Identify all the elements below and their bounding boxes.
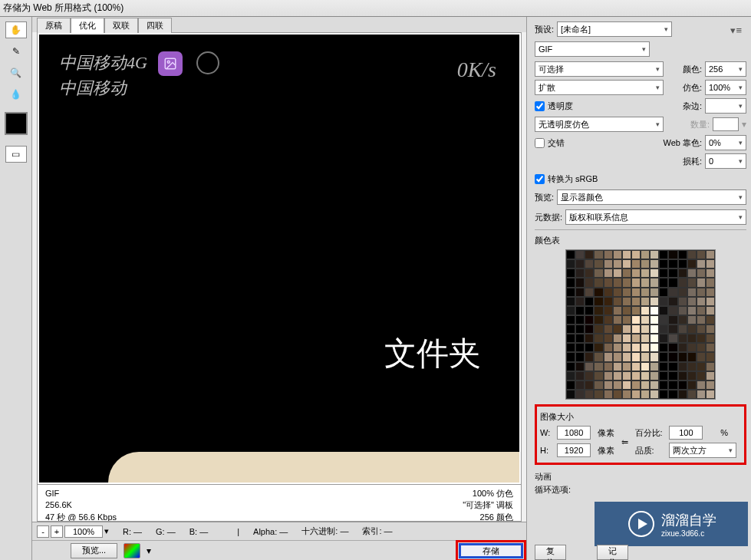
palette-select[interactable]: 可选择 bbox=[535, 61, 664, 77]
readout-hex: 十六进制: — bbox=[301, 525, 348, 537]
stat-time: 47 秒 @ 56.6 Kbps bbox=[45, 512, 117, 522]
dither-amount[interactable]: 100% bbox=[705, 80, 746, 95]
matte-select[interactable] bbox=[705, 98, 746, 114]
readout-b: B: — bbox=[189, 527, 208, 536]
preview-button[interactable]: 预览... bbox=[71, 543, 117, 558]
tab-2up[interactable]: 双联 bbox=[104, 18, 138, 33]
lossy-select[interactable]: 0 bbox=[705, 153, 746, 169]
preview-canvas[interactable]: 中国移动4G 中国移动 0K/s 文件夹 bbox=[39, 35, 519, 483]
chevron-down-icon[interactable]: ▾ bbox=[147, 545, 151, 556]
preset-select[interactable]: [未命名] bbox=[557, 21, 672, 37]
color-table-label: 颜色表 bbox=[535, 235, 746, 246]
interlace-checkbox[interactable] bbox=[535, 138, 545, 148]
dither-method-select[interactable]: 扩散 bbox=[535, 80, 664, 95]
gallery-icon bbox=[158, 51, 183, 76]
width-input[interactable] bbox=[557, 426, 591, 440]
foreground-color[interactable] bbox=[5, 112, 28, 135]
trans-dither-select[interactable]: 无透明度仿色 bbox=[535, 117, 664, 132]
watermark-logo: 溜溜自学 zixue.3d66.c bbox=[595, 502, 748, 546]
readout-g: G: — bbox=[156, 527, 176, 536]
image-size-section: 图像大小 W: 像素 ⥢ 百分比: % H: 像素 品质: 两次立方 bbox=[535, 404, 746, 465]
readout-index: 索引: — bbox=[362, 525, 392, 537]
tool-palette: ✋ ✎ 🔍 💧 ▭ bbox=[0, 17, 32, 560]
srgb-checkbox[interactable] bbox=[535, 174, 545, 184]
carrier-line-1: 中国移动4G bbox=[59, 50, 147, 75]
toggle-visibility[interactable]: ▭ bbox=[5, 146, 27, 163]
flyout-menu-icon[interactable]: ▾≡ bbox=[730, 25, 742, 36]
preset-label: 预设: bbox=[535, 24, 554, 35]
colors-select[interactable]: 256 bbox=[705, 61, 746, 77]
zoom-tool[interactable]: 🔍 bbox=[5, 64, 27, 81]
animation-label: 动画 bbox=[535, 471, 746, 483]
color-table[interactable] bbox=[565, 249, 716, 400]
stat-dither: 100% 仿色 bbox=[463, 488, 513, 499]
remember-button[interactable]: 记住 bbox=[597, 545, 628, 560]
preview-tabs: 原稿 优化 双联 四联 bbox=[32, 17, 526, 32]
slice-tool[interactable]: ✎ bbox=[5, 43, 27, 60]
height-input[interactable] bbox=[557, 443, 591, 457]
metadata-select[interactable]: 版权和联系信息 bbox=[565, 209, 746, 225]
settings-panel: ▾≡ 预设: [未命名] GIF 可选择 颜色: 256 扩散 仿色: 100%… bbox=[527, 17, 751, 560]
tab-4up[interactable]: 四联 bbox=[138, 18, 172, 33]
svg-point-1 bbox=[167, 61, 170, 63]
window-title: 存储为 Web 所用格式 (100%) bbox=[3, 2, 124, 15]
tab-optimized[interactable]: 优化 bbox=[71, 18, 104, 33]
image-stats: GIF 256.6K 47 秒 @ 56.6 Kbps 100% 仿色 "可选择… bbox=[38, 484, 521, 521]
percent-input[interactable] bbox=[669, 426, 703, 440]
tab-original[interactable]: 原稿 bbox=[37, 18, 71, 33]
zoom-input[interactable] bbox=[64, 525, 103, 538]
browser-icon[interactable] bbox=[124, 543, 140, 558]
save-button[interactable]: 存储 bbox=[459, 543, 523, 558]
quality-select[interactable]: 两次立方 bbox=[669, 443, 736, 458]
zoom-out-button[interactable]: - bbox=[37, 525, 49, 538]
stat-format: GIF bbox=[45, 488, 117, 499]
amount-field bbox=[713, 117, 739, 131]
transparency-checkbox[interactable] bbox=[535, 101, 545, 111]
svg-marker-3 bbox=[638, 519, 647, 529]
reset-button[interactable]: 复位 bbox=[535, 545, 566, 560]
web-snap-select[interactable]: 0% bbox=[705, 135, 746, 150]
readout-alpha: Alpha: — bbox=[253, 527, 288, 536]
zoom-in-button[interactable]: + bbox=[51, 525, 63, 538]
stat-palette: "可选择" 调板 bbox=[463, 499, 513, 511]
eyedropper-tool[interactable]: 💧 bbox=[5, 86, 27, 103]
chevron-down-icon[interactable]: ▾ bbox=[104, 526, 109, 536]
speed-indicator: 0K/s bbox=[457, 58, 496, 82]
carrier-line-2: 中国移动 bbox=[59, 75, 147, 100]
stat-size: 256.6K bbox=[45, 499, 117, 511]
stat-colors: 256 颜色 bbox=[463, 512, 513, 522]
hand-tool[interactable]: ✋ bbox=[5, 21, 27, 38]
format-select[interactable]: GIF bbox=[535, 41, 650, 57]
readout-r: R: — bbox=[123, 527, 142, 536]
folder-label: 文件夹 bbox=[384, 332, 481, 375]
clock-icon bbox=[196, 51, 219, 74]
preview-profile-select[interactable]: 显示器颜色 bbox=[557, 189, 746, 205]
